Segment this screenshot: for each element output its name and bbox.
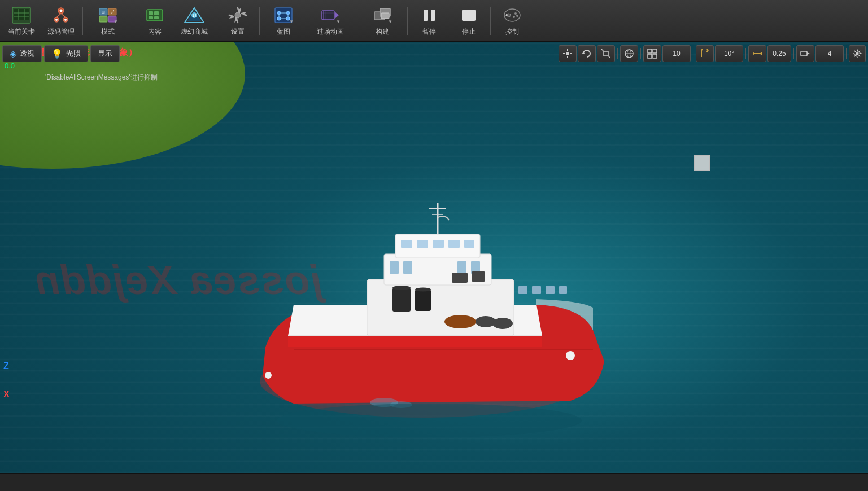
toolbar-sep-3 (216, 7, 216, 35)
angle-snap-button[interactable] (696, 45, 714, 62)
camera-speed-icon-button[interactable] (796, 45, 814, 62)
scale-snap-button[interactable] (748, 45, 766, 62)
camera-speed-value-button[interactable]: 4 (815, 45, 844, 62)
svg-rect-109 (653, 54, 657, 58)
blueprint-dropdown-arrow: ▼ (289, 19, 294, 24)
toolbar-item-mode[interactable]: ⊞ 🖊 ▼ 模式 (85, 2, 130, 40)
axis-z-label: Z (3, 361, 9, 371)
ctrl-sep-1 (617, 48, 618, 59)
ctrl-sep-4 (745, 48, 746, 59)
translate-button[interactable] (559, 45, 577, 62)
svg-marker-112 (753, 52, 755, 55)
svg-point-116 (856, 52, 859, 55)
svg-text:🖊: 🖊 (111, 10, 115, 14)
grid-snap-button[interactable] (643, 45, 661, 62)
svg-rect-73 (559, 286, 567, 294)
svg-rect-63 (433, 240, 444, 248)
toolbar-sep-5 (357, 7, 357, 35)
svg-line-9 (56, 14, 61, 17)
toolbar-item-pause[interactable]: 暂停 (410, 2, 448, 40)
svg-rect-72 (546, 286, 555, 294)
svg-point-29 (235, 12, 241, 18)
toolbar-sep-1 (82, 7, 83, 35)
ctrl-sep-6 (846, 48, 847, 59)
svg-rect-58 (367, 279, 514, 336)
svg-marker-113 (760, 52, 762, 55)
selection-cube (694, 155, 710, 171)
toolbar-label-stop: 停止 (462, 27, 476, 37)
toolbar-label-market: 虚幻商城 (181, 27, 208, 37)
toolbar-sep-2 (133, 7, 133, 35)
svg-point-94 (566, 52, 569, 55)
svg-point-79 (392, 286, 411, 290)
ctrl-sep-5 (793, 48, 794, 59)
viewport-settings-button[interactable] (849, 45, 866, 62)
toolbar-item-current-level[interactable]: 当前关卡 (2, 2, 41, 40)
toolbar-sep-4 (259, 7, 260, 35)
toolbar-label-pause: 暂停 (422, 27, 436, 37)
svg-rect-22 (154, 11, 159, 15)
svg-rect-48 (431, 10, 435, 21)
svg-rect-70 (518, 286, 527, 294)
lighting-button[interactable]: 💡 光照 (44, 45, 88, 62)
svg-rect-62 (417, 240, 428, 248)
toolbar-item-stop[interactable]: 停止 (450, 2, 488, 40)
svg-rect-23 (149, 16, 153, 19)
svg-point-13 (64, 19, 67, 21)
toolbar-label-source-control: 源码管理 (47, 27, 75, 37)
toolbar-item-build[interactable]: ▼ 构建 (360, 2, 405, 40)
toolbar-item-settings[interactable]: 设置 (219, 2, 257, 40)
toolbar-item-source-control[interactable]: 源码管理 (42, 2, 80, 40)
scale-button[interactable] (597, 45, 615, 62)
svg-marker-115 (807, 52, 810, 55)
angle-value: 10° (724, 50, 734, 58)
scale-value-button[interactable]: 0.25 (767, 45, 791, 62)
svg-rect-81 (452, 273, 468, 283)
toolbar-label-current-level: 当前关卡 (8, 27, 35, 37)
svg-point-33 (277, 17, 281, 20)
svg-rect-77 (392, 288, 411, 312)
svg-rect-46 (381, 13, 389, 19)
perspective-button[interactable]: ◈ 透视 (2, 45, 42, 62)
angle-value-button[interactable]: 10° (715, 45, 743, 62)
svg-point-80 (415, 288, 431, 292)
toolbar-item-content[interactable]: 内容 (136, 2, 174, 40)
toolbar-sep-6 (407, 7, 408, 35)
svg-rect-66 (390, 261, 399, 274)
boat-model (209, 200, 638, 437)
toolbar-label-content: 内容 (148, 27, 162, 37)
svg-rect-90 (288, 336, 542, 347)
show-button[interactable]: 显示 (90, 45, 120, 62)
perspective-icon: ◈ (10, 49, 16, 59)
world-local-button[interactable] (620, 45, 638, 62)
svg-rect-108 (648, 54, 652, 58)
svg-line-101 (601, 49, 604, 51)
svg-point-12 (55, 19, 58, 21)
debug-message: 'DisableAllScreenMessages'进行抑制 (45, 73, 158, 82)
svg-rect-1 (14, 9, 29, 20)
toolbar-label-settings: 设置 (231, 27, 245, 37)
toolbar-item-cutscene[interactable]: ▼ 过场动画 (306, 2, 355, 40)
rotate-button[interactable] (578, 45, 596, 62)
grid-value-button[interactable]: 10 (662, 45, 691, 62)
svg-rect-16 (99, 16, 107, 22)
ctrl-sep-2 (640, 48, 641, 59)
lighting-icon: 💡 (51, 49, 63, 59)
viewport-controls-right: 10 10° 0.25 4 (559, 42, 868, 65)
svg-rect-107 (653, 49, 657, 53)
scale-value: 0.25 (773, 50, 786, 58)
grid-value: 10 (673, 50, 680, 58)
toolbar-label-mode: 模式 (101, 27, 115, 37)
toolbar-label-control: 控制 (505, 27, 519, 37)
toolbar-item-control[interactable]: 控制 (493, 2, 531, 40)
svg-point-11 (60, 9, 63, 12)
svg-point-84 (476, 316, 496, 327)
viewport[interactable]: jossea Xejddn Z X (0, 42, 868, 473)
svg-point-54 (513, 16, 515, 18)
toolbar-label-blueprint: 蓝图 (277, 27, 290, 37)
svg-point-85 (492, 318, 513, 329)
toolbar-sep-7 (490, 7, 491, 35)
toolbar-item-market[interactable]: U 虚幻商城 (175, 2, 213, 40)
toolbar-item-blueprint[interactable]: ▼ 蓝图 (262, 2, 305, 40)
svg-rect-21 (149, 11, 153, 15)
